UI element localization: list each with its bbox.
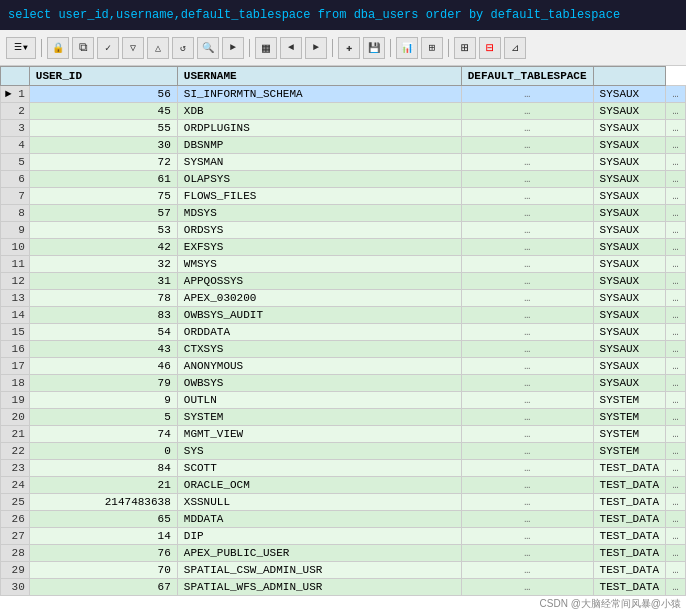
- col-header-username[interactable]: USERNAME: [177, 67, 461, 86]
- ellipsis-cell[interactable]: …: [461, 545, 593, 562]
- ellipsis-cell-2[interactable]: …: [666, 511, 686, 528]
- ellipsis-cell[interactable]: …: [461, 239, 593, 256]
- ellipsis-cell-2[interactable]: …: [666, 222, 686, 239]
- table-row[interactable]: 1042EXFSYS…SYSAUX…: [1, 239, 686, 256]
- table-row[interactable]: 355ORDPLUGINS…SYSAUX…: [1, 120, 686, 137]
- ellipsis-cell-2[interactable]: …: [666, 86, 686, 103]
- table-row[interactable]: 1378APEX_030200…SYSAUX…: [1, 290, 686, 307]
- ellipsis-cell-2[interactable]: …: [666, 545, 686, 562]
- next-button[interactable]: ►: [305, 37, 327, 59]
- ellipsis-cell-2[interactable]: …: [666, 324, 686, 341]
- ellipsis-cell-2[interactable]: …: [666, 562, 686, 579]
- ellipsis-cell[interactable]: …: [461, 443, 593, 460]
- table-row[interactable]: 252147483638XSSNULL…TEST_DATA…: [1, 494, 686, 511]
- insert-button[interactable]: ✚: [338, 37, 360, 59]
- save-button[interactable]: 💾: [363, 37, 385, 59]
- ellipsis-cell[interactable]: …: [461, 103, 593, 120]
- col-header-user-id[interactable]: USER_ID: [29, 67, 177, 86]
- table-row[interactable]: 1483OWBSYS_AUDIT…SYSAUX…: [1, 307, 686, 324]
- ellipsis-cell-2[interactable]: …: [666, 358, 686, 375]
- ellipsis-cell[interactable]: …: [461, 154, 593, 171]
- ellipsis-cell[interactable]: …: [461, 511, 593, 528]
- ellipsis-cell-2[interactable]: …: [666, 103, 686, 120]
- ellipsis-cell[interactable]: …: [461, 392, 593, 409]
- ellipsis-cell[interactable]: …: [461, 222, 593, 239]
- ellipsis-cell-2[interactable]: …: [666, 477, 686, 494]
- ellipsis-cell[interactable]: …: [461, 324, 593, 341]
- search-button[interactable]: 🔍: [197, 37, 219, 59]
- ellipsis-cell-2[interactable]: …: [666, 341, 686, 358]
- ellipsis-cell[interactable]: …: [461, 120, 593, 137]
- table-row[interactable]: 1132WMSYS…SYSAUX…: [1, 256, 686, 273]
- ellipsis-cell[interactable]: …: [461, 358, 593, 375]
- ellipsis-cell[interactable]: …: [461, 375, 593, 392]
- table-row[interactable]: 857MDSYS…SYSAUX…: [1, 205, 686, 222]
- red-table-button[interactable]: ⊟: [479, 37, 501, 59]
- funnel-button[interactable]: ⊿: [504, 37, 526, 59]
- ellipsis-cell[interactable]: …: [461, 86, 593, 103]
- ellipsis-cell-2[interactable]: …: [666, 528, 686, 545]
- filter-up-button[interactable]: △: [147, 37, 169, 59]
- ellipsis-cell-2[interactable]: …: [666, 239, 686, 256]
- table-row[interactable]: 220SYS…SYSTEM…: [1, 443, 686, 460]
- table-row[interactable]: 572SYSMAN…SYSAUX…: [1, 154, 686, 171]
- lock-button[interactable]: 🔒: [47, 37, 69, 59]
- table-row[interactable]: 2384SCOTT…TEST_DATA…: [1, 460, 686, 477]
- ellipsis-cell-2[interactable]: …: [666, 307, 686, 324]
- ellipsis-cell-2[interactable]: …: [666, 409, 686, 426]
- ellipsis-cell-2[interactable]: …: [666, 460, 686, 477]
- prev-button[interactable]: ◄: [280, 37, 302, 59]
- ellipsis-cell[interactable]: …: [461, 409, 593, 426]
- ellipsis-cell[interactable]: …: [461, 494, 593, 511]
- ellipsis-cell[interactable]: …: [461, 273, 593, 290]
- table-row[interactable]: 1231APPQOSSYS…SYSAUX…: [1, 273, 686, 290]
- ellipsis-cell[interactable]: …: [461, 137, 593, 154]
- col-header-tablespace[interactable]: DEFAULT_TABLESPACE: [461, 67, 593, 86]
- ellipsis-cell-2[interactable]: …: [666, 494, 686, 511]
- ellipsis-cell[interactable]: …: [461, 290, 593, 307]
- ellipsis-cell-2[interactable]: …: [666, 375, 686, 392]
- table-row[interactable]: 1746ANONYMOUS…SYSAUX…: [1, 358, 686, 375]
- ellipsis-cell-2[interactable]: …: [666, 154, 686, 171]
- ellipsis-cell[interactable]: …: [461, 171, 593, 188]
- ellipsis-cell-2[interactable]: …: [666, 171, 686, 188]
- ellipsis-cell-2[interactable]: …: [666, 137, 686, 154]
- chart-button[interactable]: 📊: [396, 37, 418, 59]
- ellipsis-cell[interactable]: …: [461, 205, 593, 222]
- ellipsis-cell-2[interactable]: …: [666, 443, 686, 460]
- ellipsis-cell[interactable]: …: [461, 256, 593, 273]
- table-row[interactable]: 2714DIP…TEST_DATA…: [1, 528, 686, 545]
- grid-button[interactable]: ▦: [255, 37, 277, 59]
- check-button[interactable]: ✓: [97, 37, 119, 59]
- table-row[interactable]: 1643CTXSYS…SYSAUX…: [1, 341, 686, 358]
- arrow-button[interactable]: ►: [222, 37, 244, 59]
- ellipsis-cell[interactable]: …: [461, 307, 593, 324]
- table-row[interactable]: 3067SPATIAL_WFS_ADMIN_USR…TEST_DATA…: [1, 579, 686, 596]
- table-button[interactable]: ⊞: [454, 37, 476, 59]
- table-row[interactable]: 775FLOWS_FILES…SYSAUX…: [1, 188, 686, 205]
- toolbar-dropdown[interactable]: ☰ ▼: [6, 37, 36, 59]
- table-row[interactable]: 2876APEX_PUBLIC_USER…TEST_DATA…: [1, 545, 686, 562]
- grid2-button[interactable]: ⊞: [421, 37, 443, 59]
- ellipsis-cell-2[interactable]: …: [666, 579, 686, 596]
- ellipsis-cell[interactable]: …: [461, 528, 593, 545]
- ellipsis-cell-2[interactable]: …: [666, 426, 686, 443]
- table-row[interactable]: 2421ORACLE_OCM…TEST_DATA…: [1, 477, 686, 494]
- table-row[interactable]: 661OLAPSYS…SYSAUX…: [1, 171, 686, 188]
- table-row[interactable]: 2174MGMT_VIEW…SYSTEM…: [1, 426, 686, 443]
- ellipsis-cell-2[interactable]: …: [666, 205, 686, 222]
- ellipsis-cell[interactable]: …: [461, 341, 593, 358]
- ellipsis-cell-2[interactable]: …: [666, 392, 686, 409]
- ellipsis-cell-2[interactable]: …: [666, 120, 686, 137]
- ellipsis-cell-2[interactable]: …: [666, 256, 686, 273]
- table-row[interactable]: 245XDB…SYSAUX…: [1, 103, 686, 120]
- ellipsis-cell[interactable]: …: [461, 460, 593, 477]
- refresh-button[interactable]: ↺: [172, 37, 194, 59]
- table-row[interactable]: 2970SPATIAL_CSW_ADMIN_USR…TEST_DATA…: [1, 562, 686, 579]
- ellipsis-cell[interactable]: …: [461, 579, 593, 596]
- ellipsis-cell[interactable]: …: [461, 426, 593, 443]
- table-row[interactable]: 2665MDDATA…TEST_DATA…: [1, 511, 686, 528]
- ellipsis-cell-2[interactable]: …: [666, 188, 686, 205]
- copy-button[interactable]: ⧉: [72, 37, 94, 59]
- ellipsis-cell[interactable]: …: [461, 477, 593, 494]
